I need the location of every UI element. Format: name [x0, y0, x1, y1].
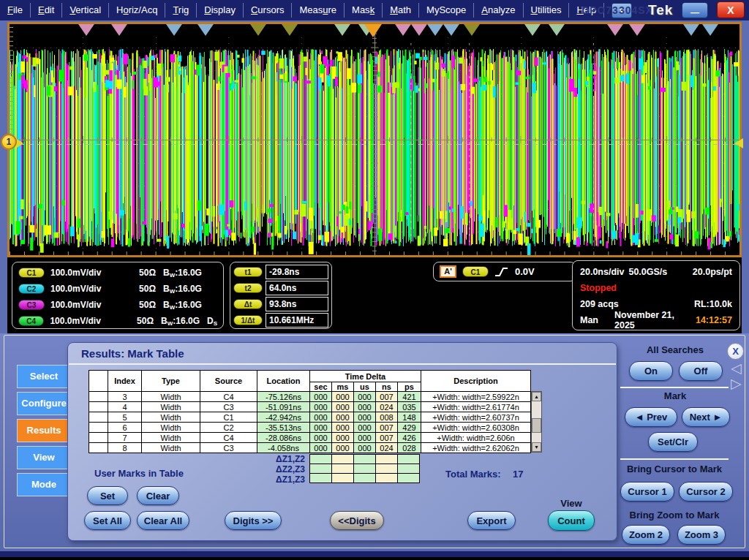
- channel-badge-C2[interactable]: C2: [18, 284, 45, 294]
- menu-item-math[interactable]: Math: [383, 3, 419, 18]
- sidebar-tab-select[interactable]: Select: [17, 365, 71, 388]
- sidebar-tab-mode[interactable]: Mode: [17, 473, 71, 496]
- date-label: November 21, 2025: [614, 310, 696, 330]
- menu-item-myscope[interactable]: MyScope: [419, 3, 474, 18]
- sidebar-tab-configure[interactable]: Configure: [17, 392, 71, 415]
- clear-button[interactable]: Clear: [137, 486, 179, 505]
- mark-table-row[interactable]: 8WidthC3-4.058ns000000000024028+Width: w…: [89, 443, 531, 453]
- scroll-up-button[interactable]: ▲: [532, 392, 541, 401]
- menu-item-mask[interactable]: Mask: [345, 3, 383, 18]
- cell-sec: 000: [310, 433, 332, 443]
- delta-zone-cell: [354, 474, 376, 483]
- mark-table-row[interactable]: 7WidthC4-28.086ns000000000007426+Width: …: [89, 433, 531, 443]
- delta-zone-cell: [398, 455, 420, 464]
- cursor2-button[interactable]: Cursor 2: [679, 482, 733, 502]
- sidebar-tab-view[interactable]: View: [17, 446, 71, 469]
- channel-row-C1: C1100.0mV/div50ΩBW:16.0G: [18, 265, 217, 281]
- total-marks-value: 17: [513, 469, 523, 480]
- cell-sec: 000: [310, 402, 332, 412]
- scroll-thumb[interactable]: [532, 418, 541, 433]
- mark-prev-button[interactable]: ◄ Prev: [625, 407, 677, 427]
- mark-table-row[interactable]: 6WidthC2-35.513ns000000000007429+Width: …: [89, 423, 531, 433]
- close-button[interactable]: X: [717, 1, 745, 18]
- table-scrollbar[interactable]: ▲ ▼: [531, 391, 542, 453]
- scroll-down-button[interactable]: ▼: [532, 442, 541, 452]
- cursor-time-row: t264.0ns: [233, 280, 328, 296]
- cell-ms: 000: [332, 423, 354, 433]
- cell-type: Width: [142, 433, 200, 443]
- cursor-badge[interactable]: t1: [233, 267, 263, 277]
- cell-description: +Width: width=2.59922n: [421, 392, 531, 402]
- channel1-reference-badge[interactable]: 1: [1, 134, 17, 150]
- searches-on-button[interactable]: On: [629, 361, 673, 381]
- delta-zone-cell: [332, 464, 354, 474]
- cell-description: +Width: width=2.60737n: [421, 412, 531, 423]
- digits-forward-button[interactable]: Digits >>: [225, 511, 282, 530]
- export-button[interactable]: Export: [467, 511, 516, 530]
- menu-item-trig[interactable]: Trig: [165, 3, 197, 18]
- total-marks-label: Total Marks:: [445, 469, 501, 480]
- menu-item-measure[interactable]: Measure: [292, 3, 345, 18]
- digits-back-button[interactable]: <<Digits: [330, 511, 384, 530]
- panel-close-button[interactable]: X: [727, 343, 744, 360]
- cell-location: -51.091ns: [257, 402, 310, 412]
- set-all-button[interactable]: Set All: [84, 511, 131, 530]
- cell-location: -75.126ns: [257, 392, 310, 402]
- cursor-time-row: Δt93.8ns: [233, 296, 328, 312]
- bottom-bar: [0, 551, 749, 560]
- cell-location: -28.086ns: [257, 433, 310, 443]
- zoom2-button[interactable]: Zoom 2: [622, 525, 670, 545]
- cell-index: 8: [108, 443, 142, 453]
- cell-source: C3: [200, 402, 257, 412]
- channel-impedance: 50Ω: [127, 300, 156, 310]
- minimize-button[interactable]: —: [682, 2, 708, 18]
- searches-off-button[interactable]: Off: [679, 361, 723, 381]
- oscilloscope-app: FileEditVerticalHoriz/AcqTrigDisplayCurs…: [0, 0, 749, 560]
- menu-item-horizacq[interactable]: Horiz/Acq: [109, 3, 165, 18]
- mark-table-row[interactable]: 5WidthC1-42.942ns000000000008148+Width: …: [89, 412, 531, 423]
- cursor-value: 10.661MHz: [266, 313, 328, 328]
- menu-item-display[interactable]: Display: [197, 3, 244, 18]
- mark-table-row[interactable]: 4WidthC3-51.091ns000000000024035+Width: …: [89, 402, 531, 412]
- time-label: 14:12:57: [696, 315, 732, 325]
- menu-item-vertical[interactable]: Vertical: [62, 3, 109, 18]
- channel-badge-C3[interactable]: C3: [18, 300, 45, 310]
- channel-badge-C4[interactable]: C4: [18, 316, 44, 326]
- zoom3-button[interactable]: Zoom 3: [677, 525, 726, 545]
- channel-scale: 100.0mV/div: [50, 268, 127, 278]
- separator: [620, 458, 729, 460]
- cell-ns: 024: [376, 443, 398, 453]
- menu-item-analyze[interactable]: Analyze: [474, 3, 523, 18]
- waveform-canvas[interactable]: [10, 24, 739, 255]
- cursor-badge[interactable]: t2: [233, 283, 263, 293]
- nav-left-icon[interactable]: ◁: [731, 361, 742, 375]
- cell-type: Width: [142, 412, 200, 423]
- menu-item-utilities[interactable]: Utilities: [524, 3, 570, 18]
- channel-bandwidth: BW:16.0G: [161, 316, 200, 327]
- menu-item-cursors[interactable]: Cursors: [244, 3, 293, 18]
- mark-next-button[interactable]: Next ►: [682, 407, 730, 427]
- mark-setclr-button[interactable]: Set/Clr: [648, 432, 698, 452]
- cursor-badge[interactable]: 1/Δt: [233, 315, 263, 325]
- cell-ms: 000: [332, 412, 354, 423]
- trigger-source-badge[interactable]: C1: [462, 266, 489, 277]
- panel-title: Results: Mark Table: [81, 347, 184, 360]
- sidebar-tab-results[interactable]: Results: [17, 419, 71, 442]
- set-button[interactable]: Set: [87, 486, 128, 505]
- nav-right-icon[interactable]: ▷: [731, 377, 742, 390]
- channel-badge-C1[interactable]: C1: [18, 268, 45, 278]
- delta-zone-cell: [376, 474, 398, 483]
- trigger-level-value: 0.0V: [515, 266, 535, 277]
- separator: [620, 387, 729, 388]
- cursor-badge[interactable]: Δt: [233, 299, 263, 309]
- waveform-display[interactable]: [7, 22, 742, 257]
- mark-table-row[interactable]: 3WidthC4-75.126ns000000000007421+Width: …: [89, 392, 531, 402]
- delta-zone-cell: [354, 455, 376, 464]
- cursor1-button[interactable]: Cursor 1: [620, 482, 674, 502]
- menu-item-file[interactable]: File: [0, 3, 31, 18]
- trigger-mode-label: Man: [580, 315, 598, 325]
- menu-item-edit[interactable]: Edit: [31, 3, 62, 18]
- trigger-mode-badge[interactable]: A': [440, 265, 456, 278]
- clear-all-button[interactable]: Clear All: [137, 511, 189, 530]
- count-button[interactable]: Count: [548, 510, 595, 531]
